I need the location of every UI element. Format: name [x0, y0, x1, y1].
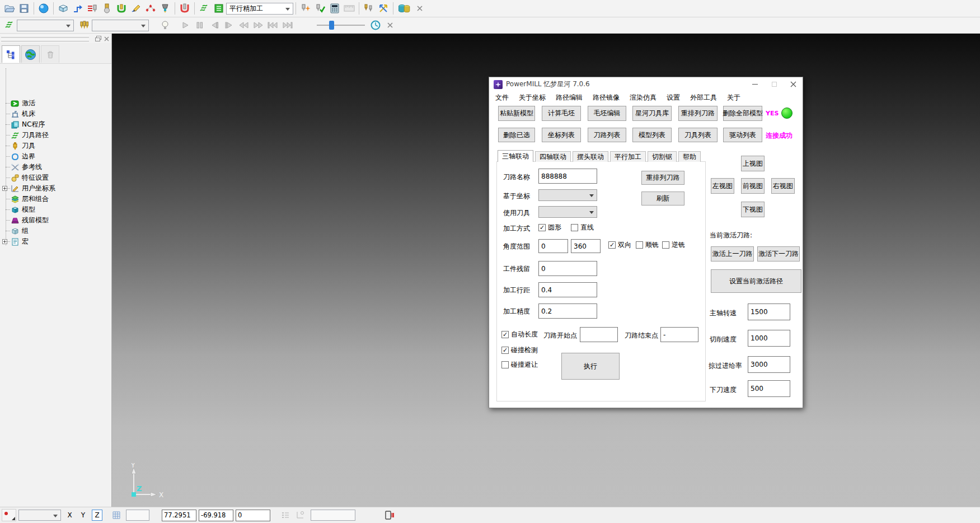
cursor-x-coordinate[interactable] [162, 510, 196, 521]
view-front-button[interactable]: 前视图 [741, 178, 765, 194]
delete-all-models-button[interactable]: 删除全部模型 [723, 106, 762, 121]
climb-mill-checkbox[interactable]: 顺铣 [636, 240, 659, 250]
close-toolbar-icon[interactable] [383, 18, 397, 32]
close-button[interactable] [784, 77, 803, 91]
view-left-button[interactable]: 左视图 [711, 178, 734, 194]
pause-icon[interactable] [193, 18, 207, 32]
skim-feed-input[interactable] [748, 356, 790, 373]
angle-end-input[interactable] [571, 239, 601, 253]
minimize-button[interactable] [745, 77, 765, 91]
menu-settings[interactable]: 设置 [662, 93, 685, 102]
view-bottom-button[interactable]: 下视图 [741, 202, 765, 217]
step-forward-icon[interactable] [222, 18, 236, 32]
fast-forward-icon[interactable] [251, 18, 265, 32]
tab-parallel[interactable]: 平行加工 [610, 151, 646, 162]
open-project-icon[interactable] [2, 2, 17, 15]
grid-size-field[interactable] [126, 510, 149, 521]
model-list-button[interactable]: 模型列表 [632, 128, 672, 142]
axis-z-button[interactable]: Z [92, 510, 102, 521]
ball-tool-icon[interactable] [100, 2, 114, 15]
path-end-input[interactable] [660, 327, 698, 342]
tab-explorer-tree[interactable] [2, 45, 20, 63]
collision-avoid-checkbox[interactable]: 碰撞避让 [501, 360, 538, 370]
menu-file[interactable]: 文件 [490, 93, 514, 102]
tool-pair-icon[interactable] [362, 2, 376, 15]
conventional-mill-checkbox[interactable]: 逆铣 [662, 240, 685, 250]
cutting-feed-input[interactable] [748, 330, 790, 347]
tree-item-group[interactable]: 组 [0, 226, 29, 236]
view-top-button[interactable]: 上视图 [741, 156, 765, 171]
toolpath-name-input[interactable] [538, 169, 597, 184]
marker-menu-button[interactable] [2, 509, 16, 521]
tree-item-macro[interactable]: 宏 [0, 237, 29, 246]
ruler-icon[interactable] [342, 2, 357, 15]
panel-close-icon[interactable] [104, 35, 109, 43]
tool-spark-icon[interactable] [298, 2, 313, 15]
path-list-button[interactable]: 刀路列表 [588, 128, 626, 142]
toolbar-grip[interactable] [1, 36, 89, 38]
dialog-titlebar[interactable]: PowerMILL 忆梦星河 7.0.6 [489, 77, 803, 91]
menu-external-tools[interactable]: 外部工具 [685, 93, 722, 102]
strategy-dropdown[interactable]: 平行精加工 [226, 3, 293, 15]
calc-block-button[interactable]: 计算毛坯 [542, 106, 581, 121]
tree-item-pattern[interactable]: 参考线 [0, 162, 42, 172]
pattern-pencil-icon[interactable] [129, 2, 143, 15]
menu-path-edit[interactable]: 路径编辑 [551, 93, 588, 102]
spindle-speed-input[interactable] [748, 303, 790, 320]
activate-next-path-button[interactable]: 激活下一刀路 [757, 246, 800, 262]
tool-verify-icon[interactable] [313, 2, 327, 15]
step-back-icon[interactable] [207, 18, 222, 32]
simulation-speed-slider[interactable] [317, 20, 365, 31]
circle-checkbox[interactable]: ✓圆形 [538, 223, 561, 232]
sim-tool-dropdown[interactable] [92, 20, 149, 31]
toolpath-lines-icon[interactable] [197, 2, 212, 15]
maximize-button[interactable] [765, 77, 784, 91]
tab-3axis[interactable]: 三轴联动 [498, 150, 533, 162]
cursor-z-coordinate[interactable] [236, 510, 270, 521]
nc-program-icon[interactable] [85, 2, 100, 15]
refresh-button[interactable]: 刷新 [641, 192, 684, 206]
play-icon[interactable] [178, 18, 193, 32]
tree-item-machine[interactable]: 机床 [0, 109, 35, 119]
rearrange-paths-button[interactable]: 重排列刀路 [678, 106, 718, 121]
tree-item-nc-program[interactable]: NC程序 [0, 120, 45, 129]
set-active-path-button[interactable]: 设置当前激活路径 [711, 269, 801, 293]
line-checkbox[interactable]: 直线 [571, 223, 594, 232]
stock-remain-input[interactable] [538, 261, 597, 276]
tab-web-globe[interactable] [21, 45, 40, 63]
go-to-end-icon[interactable] [280, 18, 294, 32]
tool-in-holder-icon[interactable] [158, 2, 172, 15]
collision-check-checkbox[interactable]: ✓碰撞检测 [501, 345, 538, 355]
auto-length-checkbox[interactable]: ✓自动长度 [501, 330, 538, 339]
menu-path-mirror[interactable]: 路径镜像 [588, 93, 625, 102]
go-to-start-icon[interactable] [265, 18, 280, 32]
menu-about[interactable]: 关于 [722, 93, 745, 102]
tree-item-toolpath[interactable]: 刀具路径 [0, 130, 49, 140]
rearrange-button[interactable]: 重排列刀路 [641, 171, 684, 185]
stepover-input[interactable] [538, 282, 597, 297]
tab-4axis[interactable]: 四轴联动 [535, 151, 571, 162]
activate-prev-path-button[interactable]: 激活上一刀路 [711, 246, 754, 262]
drive-list-button[interactable]: 驱动列表 [723, 128, 762, 142]
statusbar-dropdown[interactable] [18, 510, 61, 521]
panel-float-icon[interactable] [95, 35, 101, 43]
paste-model-button[interactable]: 粘贴新模型 [498, 106, 535, 121]
tree-item-workplane[interactable]: 用户坐标系 [0, 184, 55, 193]
close-toolbar-icon[interactable] [412, 2, 427, 15]
workplane-field[interactable] [311, 510, 355, 521]
use-tool-dropdown[interactable] [538, 206, 597, 218]
tool-holder-u-icon[interactable] [114, 2, 129, 15]
sim-toolpath-dropdown[interactable] [17, 20, 74, 31]
path-start-input[interactable] [580, 327, 618, 342]
collision-check-icon[interactable] [177, 2, 192, 15]
slider-handle[interactable] [329, 21, 334, 30]
angle-start-input[interactable] [538, 239, 568, 253]
tab-help[interactable]: 帮助 [678, 151, 701, 162]
cycle-clock-icon[interactable] [368, 18, 383, 32]
tolerance-input[interactable] [538, 303, 597, 319]
tab-recycle-bin[interactable] [41, 45, 59, 63]
pattern-points-icon[interactable] [143, 2, 158, 15]
tree-item-feature-set[interactable]: 特征设置 [0, 173, 49, 183]
execute-button[interactable]: 执行 [561, 353, 620, 380]
base-coord-dropdown[interactable] [538, 189, 597, 201]
